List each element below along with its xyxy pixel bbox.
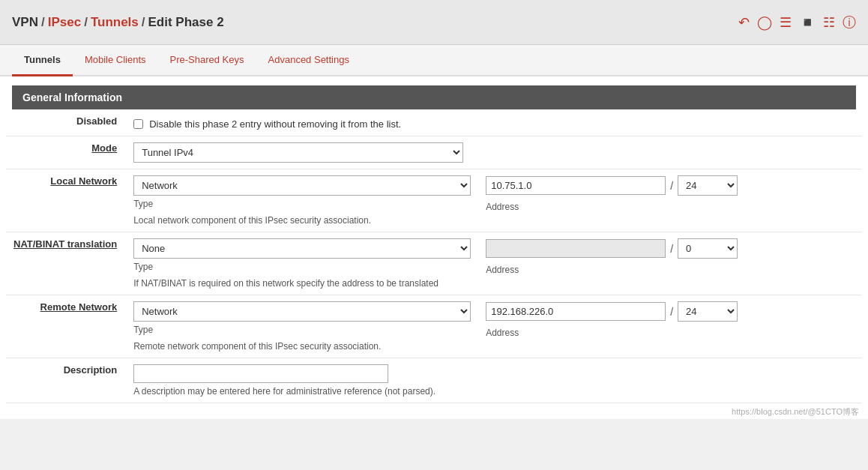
remote-network-help: Remote network component of this IPsec s…: [133, 341, 855, 352]
section-general-info: General Information: [12, 85, 856, 109]
local-network-cidr-select[interactable]: 24 8 16 32: [678, 175, 738, 196]
description-value-cell: A description may be entered here for ad…: [129, 358, 862, 403]
nat-value-cell: None Network Address Type /: [129, 232, 862, 295]
help-icon[interactable]: ⓘ: [843, 13, 856, 31]
breadcrumb-vpn: VPN: [12, 15, 38, 30]
nat-slash: /: [670, 243, 673, 255]
local-network-value-cell: Network Address Any Type /: [129, 169, 862, 232]
nat-row: NAT/BINAT translation None Network Addre…: [6, 232, 862, 295]
nat-link[interactable]: NAT/BINAT translation: [13, 238, 117, 250]
nat-label: NAT/BINAT translation: [6, 232, 129, 295]
local-type-label: Type: [133, 199, 471, 209]
breadcrumb-ipsec[interactable]: IPsec: [48, 15, 81, 30]
chart-icon[interactable]: ◾: [799, 14, 816, 31]
remote-slash: /: [670, 306, 673, 318]
breadcrumb-sep1: /: [41, 15, 45, 30]
remote-network-address-input[interactable]: [486, 302, 666, 321]
settings-icon[interactable]: ☰: [780, 14, 792, 31]
disabled-checkbox[interactable]: [133, 119, 143, 129]
nat-type-select[interactable]: None Network Address: [133, 238, 471, 259]
local-addr-label: Address: [486, 202, 738, 212]
mode-value-cell: Tunnel IPv4 Tunnel IPv6 Transport: [129, 136, 862, 169]
header-icons: ↶ ◯ ☰ ◾ ☷ ⓘ: [738, 13, 856, 31]
tab-advanced-settings[interactable]: Advanced Settings: [256, 45, 361, 76]
mode-link[interactable]: Mode: [91, 142, 117, 154]
remote-network-label: Remote Network: [6, 295, 129, 358]
local-network-help: Local network component of this IPsec se…: [133, 215, 855, 226]
mode-select[interactable]: Tunnel IPv4 Tunnel IPv6 Transport: [133, 142, 463, 163]
disabled-label: Disabled: [6, 109, 129, 136]
remote-addr-label: Address: [486, 328, 738, 338]
description-help: A description may be entered here for ad…: [133, 386, 855, 397]
breadcrumb: VPN / IPsec / Tunnels / Edit Phase 2: [12, 15, 224, 30]
breadcrumb-edit-phase: Edit Phase 2: [148, 15, 224, 30]
breadcrumb-tunnels[interactable]: Tunnels: [91, 15, 139, 30]
tab-mobile-clients[interactable]: Mobile Clients: [73, 45, 158, 76]
mode-row: Mode Tunnel IPv4 Tunnel IPv6 Transport: [6, 136, 862, 169]
general-info-table: Disabled Disable this phase 2 entry with…: [6, 109, 862, 403]
remote-network-cidr-select[interactable]: 24 8 16 32: [678, 301, 738, 322]
nat-cidr-select[interactable]: 0 8 16 24 32: [678, 238, 738, 259]
tab-pre-shared-keys[interactable]: Pre-Shared Keys: [158, 45, 256, 76]
breadcrumb-sep3: /: [142, 15, 145, 30]
description-input[interactable]: [133, 364, 388, 383]
local-slash: /: [670, 180, 673, 192]
remote-network-link[interactable]: Remote Network: [40, 301, 118, 313]
main-content: General Information Disabled Disable thi…: [0, 85, 868, 419]
mode-label: Mode: [6, 136, 129, 169]
local-network-type-select[interactable]: Network Address Any: [133, 175, 471, 196]
page-header: VPN / IPsec / Tunnels / Edit Phase 2 ↶ ◯…: [0, 0, 868, 45]
disabled-value-cell: Disable this phase 2 entry without remov…: [129, 109, 862, 136]
local-network-row: Local Network Network Address Any Type: [6, 169, 862, 232]
description-row: Description A description may be entered…: [6, 358, 862, 403]
remote-type-label: Type: [133, 325, 471, 335]
local-network-link[interactable]: Local Network: [50, 175, 117, 187]
remote-network-value-cell: Network Address Any Type /: [129, 295, 862, 358]
tab-tunnels[interactable]: Tunnels: [12, 45, 73, 76]
nat-addr-label: Address: [486, 265, 738, 275]
disabled-description: Disable this phase 2 entry without remov…: [149, 118, 401, 130]
nat-help: If NAT/BINAT is required on this network…: [133, 278, 855, 289]
nat-address-input[interactable]: [486, 239, 666, 258]
local-network-label: Local Network: [6, 169, 129, 232]
local-network-address-input[interactable]: [486, 176, 666, 195]
nat-type-label: Type: [133, 262, 471, 272]
breadcrumb-sep2: /: [84, 15, 88, 30]
disabled-row: Disabled Disable this phase 2 entry with…: [6, 109, 862, 136]
undo-icon[interactable]: ↶: [738, 14, 750, 31]
description-label: Description: [6, 358, 129, 403]
redo-icon[interactable]: ◯: [757, 14, 772, 31]
watermark: https://blog.csdn.net/@51CTO博客: [0, 403, 868, 419]
remote-network-type-select[interactable]: Network Address Any: [133, 301, 471, 322]
tab-bar: Tunnels Mobile Clients Pre-Shared Keys A…: [0, 45, 868, 76]
list-icon[interactable]: ☷: [823, 14, 835, 31]
remote-network-row: Remote Network Network Address Any Type: [6, 295, 862, 358]
